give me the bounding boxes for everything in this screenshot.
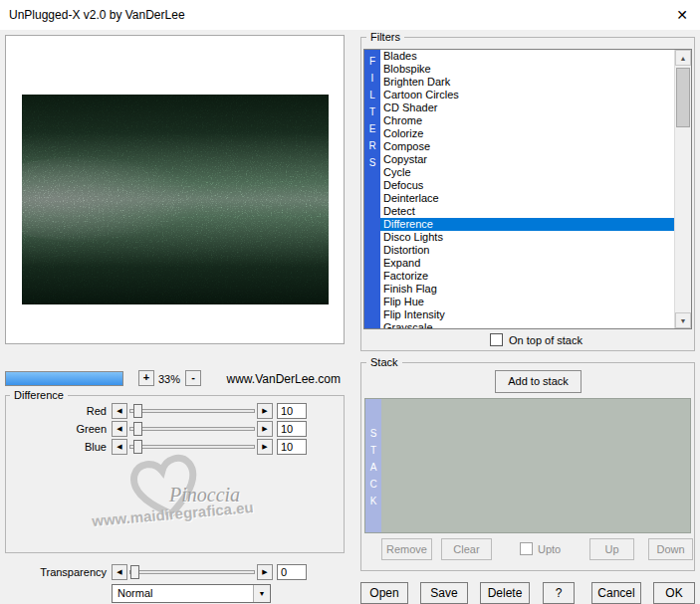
red-slider[interactable] bbox=[129, 403, 255, 419]
preview-panel bbox=[5, 35, 345, 344]
filter-settings-group-label: Difference bbox=[10, 389, 68, 401]
zoom-level: 33% bbox=[155, 373, 183, 385]
filter-item-colorize[interactable]: Colorize bbox=[380, 127, 674, 140]
on-top-of-stack-label: On top of stack bbox=[509, 334, 583, 346]
transparency-decrement-icon[interactable]: ◀ bbox=[112, 564, 127, 580]
blue-value-field[interactable] bbox=[277, 439, 307, 455]
filter-item-blades[interactable]: Blades bbox=[380, 50, 674, 63]
filter-item-compose[interactable]: Compose bbox=[380, 140, 674, 153]
transparency-label: Transparency bbox=[0, 566, 107, 578]
filter-item-distortion[interactable]: Distortion bbox=[380, 244, 674, 257]
filter-item-grayscale[interactable]: Grayscale bbox=[380, 321, 674, 328]
upto-checkbox[interactable] bbox=[520, 542, 533, 555]
scroll-up-icon[interactable]: ▲ bbox=[675, 50, 691, 66]
down-button[interactable]: Down bbox=[648, 538, 693, 560]
filter-item-expand[interactable]: Expand bbox=[380, 257, 674, 270]
filter-item-finish-flag[interactable]: Finish Flag bbox=[380, 283, 674, 296]
add-to-stack-button[interactable]: Add to stack bbox=[495, 370, 582, 393]
progress-bar bbox=[5, 371, 123, 386]
filter-item-brighten-dark[interactable]: Brighten Dark bbox=[380, 76, 674, 89]
blue-label: Blue bbox=[40, 441, 107, 453]
filters-list: BladesBlobspikeBrighten DarkCartoon Circ… bbox=[380, 50, 674, 328]
cancel-button[interactable]: Cancel bbox=[591, 582, 641, 604]
stack-empty-area bbox=[381, 399, 690, 532]
filter-item-detect[interactable]: Detect bbox=[380, 205, 674, 218]
remove-button[interactable]: Remove bbox=[381, 538, 432, 560]
green-value-field[interactable] bbox=[277, 421, 307, 437]
filter-item-flip-hue[interactable]: Flip Hue bbox=[380, 296, 674, 308]
chevron-down-icon[interactable]: ▼ bbox=[253, 585, 270, 602]
green-slider[interactable] bbox=[129, 421, 255, 437]
clear-button[interactable]: Clear bbox=[441, 538, 492, 560]
up-button[interactable]: Up bbox=[589, 538, 634, 560]
blue-increment-icon[interactable]: ▶ bbox=[257, 439, 273, 455]
green-increment-icon[interactable]: ▶ bbox=[257, 421, 273, 437]
green-label: Green bbox=[40, 423, 107, 435]
slider-row-green: Green ◀ ▶ bbox=[0, 421, 345, 437]
transparency-increment-icon[interactable]: ▶ bbox=[257, 564, 273, 580]
slider-row-transparency: Transparency ◀ ▶ bbox=[0, 564, 345, 580]
slider-row-red: Red ◀ ▶ bbox=[0, 403, 345, 419]
filter-item-cd-shader[interactable]: CD Shader bbox=[380, 101, 674, 114]
filter-item-chrome[interactable]: Chrome bbox=[380, 114, 674, 127]
scrollbar-thumb[interactable] bbox=[676, 68, 690, 127]
unplugged-x-dialog: UnPlugged-X v2.0 by VanDerLee ✕ bbox=[0, 0, 700, 604]
blue-slider-thumb[interactable] bbox=[133, 440, 142, 454]
red-decrement-icon[interactable]: ◀ bbox=[112, 403, 127, 419]
stack-listbox: S T A C K bbox=[364, 398, 691, 533]
blend-mode-dropdown[interactable]: Normal ▼ bbox=[112, 584, 271, 603]
transparency-slider[interactable] bbox=[129, 564, 255, 580]
preview-image[interactable] bbox=[22, 95, 329, 304]
save-button[interactable]: Save bbox=[420, 582, 468, 604]
vendor-website-link[interactable]: www.VanDerLee.com bbox=[207, 372, 341, 386]
delete-button[interactable]: Delete bbox=[480, 582, 530, 604]
filter-item-defocus[interactable]: Defocus bbox=[380, 179, 674, 192]
filter-item-flip-intensity[interactable]: Flip Intensity bbox=[380, 308, 674, 321]
red-increment-icon[interactable]: ▶ bbox=[257, 403, 273, 419]
zoom-in-button[interactable]: + bbox=[138, 370, 154, 386]
filters-vertical-label: F I L T E R S bbox=[364, 50, 380, 328]
filter-item-blobspike[interactable]: Blobspike bbox=[380, 63, 674, 76]
filter-item-difference[interactable]: Difference bbox=[380, 218, 674, 231]
close-icon[interactable]: ✕ bbox=[672, 5, 692, 25]
title-bar: UnPlugged-X v2.0 by VanDerLee ✕ bbox=[0, 0, 700, 30]
filter-item-cycle[interactable]: Cycle bbox=[380, 166, 674, 179]
open-button[interactable]: Open bbox=[360, 582, 408, 604]
zoom-out-button[interactable]: - bbox=[185, 370, 201, 386]
blue-decrement-icon[interactable]: ◀ bbox=[112, 439, 127, 455]
green-decrement-icon[interactable]: ◀ bbox=[112, 421, 127, 437]
transparency-value-field[interactable] bbox=[277, 564, 307, 580]
red-slider-thumb[interactable] bbox=[133, 404, 142, 418]
red-label: Red bbox=[40, 405, 107, 417]
green-slider-thumb[interactable] bbox=[133, 422, 142, 436]
filter-item-factorize[interactable]: Factorize bbox=[380, 270, 674, 283]
filters-group-label: Filters bbox=[366, 31, 404, 43]
on-top-of-stack-checkbox[interactable] bbox=[490, 333, 503, 346]
help-button[interactable]: ? bbox=[543, 582, 575, 604]
filters-listbox: F I L T E R S BladesBlobspikeBrighten Da… bbox=[363, 49, 692, 329]
filter-item-disco-lights[interactable]: Disco Lights bbox=[380, 231, 674, 244]
ok-button[interactable]: OK bbox=[653, 582, 695, 604]
window-title: UnPlugged-X v2.0 by VanDerLee bbox=[9, 8, 185, 22]
transparency-slider-thumb[interactable] bbox=[130, 565, 139, 579]
stack-vertical-label: S T A C K bbox=[365, 399, 381, 532]
blend-mode-value: Normal bbox=[117, 587, 152, 599]
stack-group-label: Stack bbox=[366, 356, 402, 368]
scroll-down-icon[interactable]: ▼ bbox=[675, 312, 691, 328]
filter-item-copystar[interactable]: Copystar bbox=[380, 153, 674, 166]
upto-label: Upto bbox=[538, 543, 561, 555]
filter-item-cartoon-circles[interactable]: Cartoon Circles bbox=[380, 89, 674, 101]
filter-item-deinterlace[interactable]: Deinterlace bbox=[380, 192, 674, 205]
red-value-field[interactable] bbox=[277, 403, 307, 419]
filters-scrollbar[interactable]: ▲ ▼ bbox=[674, 50, 691, 328]
